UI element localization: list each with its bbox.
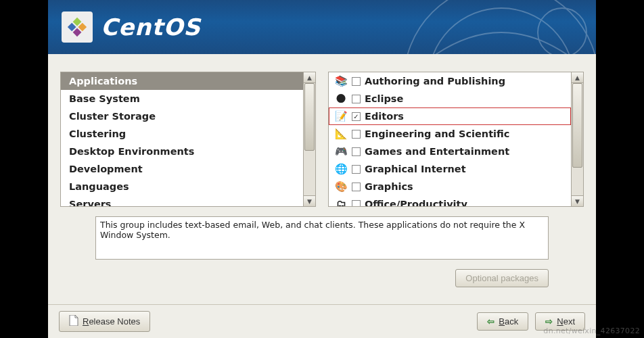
category-scrollbar[interactable]: ▲ ▼	[304, 72, 316, 207]
package-item[interactable]: 🌐Graphical Internet	[329, 160, 571, 178]
package-label: Authoring and Publishing	[365, 76, 505, 87]
scroll-track[interactable]	[572, 83, 583, 195]
category-item[interactable]: Cluster Storage	[61, 107, 303, 125]
package-checkbox[interactable]	[352, 77, 361, 86]
centos-logo-icon	[62, 11, 93, 43]
package-label: Eclipse	[365, 93, 403, 104]
package-checkbox[interactable]: ✓	[352, 112, 361, 121]
scroll-thumb[interactable]	[304, 83, 315, 151]
package-checkbox[interactable]	[352, 183, 361, 191]
back-label: Back	[499, 316, 518, 327]
svg-point-2	[538, 8, 586, 54]
package-icon: 🎮	[334, 145, 348, 158]
optional-row: Optional packages	[60, 269, 584, 287]
package-icon: 🗂	[334, 197, 348, 207]
package-icon: 🌑	[334, 92, 348, 105]
package-pane: 📚Authoring and Publishing🌑Eclipse📝✓Edito…	[328, 72, 584, 207]
release-notes-label: Release Notes	[83, 316, 140, 327]
category-item[interactable]: Languages	[61, 178, 303, 195]
package-label: Graphical Internet	[365, 164, 466, 174]
footer: Release Notes ⇦ Back ⇨ Next	[48, 304, 596, 338]
arrow-left-icon: ⇦	[487, 316, 495, 327]
watermark: dn.net/weixin_42637022	[543, 327, 640, 335]
scroll-up-button[interactable]: ▲	[572, 72, 583, 83]
optional-packages-button[interactable]: Optional packages	[455, 269, 549, 287]
category-item[interactable]: Development	[61, 160, 303, 178]
svg-point-1	[428, 8, 574, 54]
package-item[interactable]: 🎮Games and Entertainment	[329, 143, 571, 160]
scroll-thumb[interactable]	[572, 83, 582, 168]
package-checkbox[interactable]	[352, 147, 361, 156]
category-list[interactable]: ApplicationsBase SystemCluster StorageCl…	[60, 72, 304, 207]
package-label: Graphics	[365, 181, 413, 192]
installer-window: CentOS ApplicationsBase SystemCluster St…	[48, 0, 596, 338]
package-label: Editors	[365, 111, 404, 122]
scroll-down-button[interactable]: ▼	[572, 195, 583, 206]
package-list[interactable]: 📚Authoring and Publishing🌑Eclipse📝✓Edito…	[328, 72, 572, 207]
package-item[interactable]: 📐Engineering and Scientific	[329, 125, 571, 143]
scroll-down-button[interactable]: ▼	[304, 195, 315, 206]
package-icon: 🌐	[334, 162, 348, 176]
scroll-track[interactable]	[304, 83, 315, 195]
package-checkbox[interactable]	[352, 165, 361, 174]
package-icon: 🎨	[334, 180, 348, 193]
svg-rect-4	[62, 11, 93, 43]
category-item[interactable]: Clustering	[61, 125, 303, 143]
content-area: ApplicationsBase SystemCluster StorageCl…	[48, 54, 596, 304]
package-scrollbar[interactable]: ▲ ▼	[572, 72, 584, 207]
package-label: Engineering and Scientific	[365, 128, 509, 139]
header-swirl-decoration	[380, 0, 596, 54]
package-item[interactable]: 🌑Eclipse	[329, 90, 571, 107]
package-item[interactable]: 📝✓Editors	[329, 107, 571, 125]
category-item[interactable]: Servers	[61, 195, 303, 207]
package-checkbox[interactable]	[352, 95, 361, 103]
brand-text: CentOS	[101, 14, 201, 41]
release-notes-button[interactable]: Release Notes	[59, 311, 150, 332]
package-item[interactable]: 🗂Office/Productivity	[329, 195, 571, 207]
document-icon	[69, 315, 78, 328]
description-box: This group includes text-based email, We…	[95, 216, 549, 260]
package-item[interactable]: 🎨Graphics	[329, 178, 571, 195]
package-label: Games and Entertainment	[365, 146, 509, 157]
package-item[interactable]: 📚Authoring and Publishing	[329, 72, 571, 90]
logo: CentOS	[62, 11, 201, 43]
package-checkbox[interactable]	[352, 200, 361, 208]
package-icon: 📚	[334, 74, 348, 88]
package-label: Office/Productivity	[365, 199, 467, 207]
package-icon: 📝	[334, 110, 348, 123]
package-checkbox[interactable]	[352, 130, 361, 139]
category-item[interactable]: Desktop Environments	[61, 143, 303, 160]
category-item[interactable]: Applications	[61, 72, 303, 90]
next-label: Next	[557, 316, 575, 327]
back-button[interactable]: ⇦ Back	[477, 312, 528, 331]
package-icon: 📐	[334, 127, 348, 141]
category-pane: ApplicationsBase SystemCluster StorageCl…	[60, 72, 316, 207]
lists-row: ApplicationsBase SystemCluster StorageCl…	[60, 72, 584, 207]
header: CentOS	[48, 0, 596, 54]
arrow-right-icon: ⇨	[545, 316, 553, 327]
scroll-up-button[interactable]: ▲	[304, 72, 315, 83]
category-item[interactable]: Base System	[61, 90, 303, 107]
